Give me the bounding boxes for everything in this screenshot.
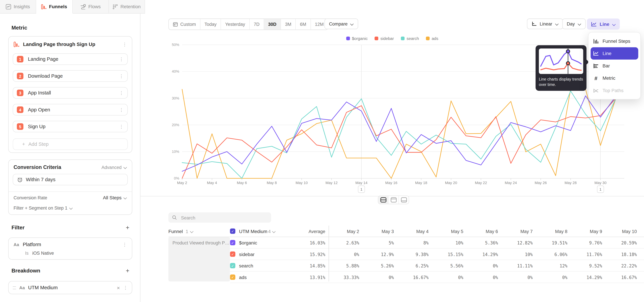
day-column-header[interactable]: May 3 [360, 229, 395, 234]
add-step-button[interactable]: + Add Step [13, 138, 128, 150]
cell-value: 12% [534, 263, 568, 268]
range-button-custom[interactable]: Custom [169, 19, 200, 30]
breakdown-table: Funnel 1 ✓ UTM Medium 4 Average May 2May… [168, 226, 644, 283]
day-column-header[interactable]: May 9 [568, 229, 603, 234]
chevron-down-icon [124, 166, 127, 168]
range-button-yesterday[interactable]: Yesterday [221, 19, 250, 30]
conversion-window-row[interactable]: Within 7 days [13, 174, 128, 186]
drag-handle-icon[interactable] [13, 286, 16, 289]
funnel-step[interactable]: 2Download Page⋮ [13, 70, 128, 82]
average-value: 16.03% [288, 240, 325, 245]
step-menu-icon[interactable]: ⋮ [119, 108, 124, 112]
row-checkbox[interactable]: ✓ [230, 252, 235, 257]
average-column-header[interactable]: Average [288, 229, 325, 234]
day-column-header[interactable]: May 8 [534, 229, 568, 234]
row-checkbox[interactable]: ✓ [230, 274, 235, 280]
day-column-header[interactable]: May 2 [325, 229, 360, 234]
compare-button[interactable]: Compare [324, 18, 358, 29]
legend-item-sidebar[interactable]: sidebar [375, 36, 394, 41]
day-column-header[interactable]: May 10 [603, 229, 638, 234]
cell-value: 0% [499, 275, 534, 280]
range-button-7d[interactable]: 7D [250, 19, 264, 30]
filter-card: Aa Platform ⋮ Is iOS Native [8, 238, 132, 260]
series-line-ads[interactable] [182, 89, 616, 178]
tab-retention[interactable]: Retention [109, 0, 145, 13]
conversion-rate-dropdown[interactable]: All Steps [103, 195, 127, 200]
step-menu-icon[interactable]: ⋮ [119, 74, 124, 78]
filter-segment-dropdown[interactable]: Filter + Segment on Step 1 [14, 205, 73, 210]
date-range-control: CustomTodayYesterday7D30D3M6M12M [168, 18, 328, 30]
add-breakdown-button[interactable]: + [126, 268, 129, 274]
step-menu-icon[interactable]: ⋮ [119, 124, 124, 129]
funnel-step[interactable]: 5Sign Up⋮ [13, 121, 128, 132]
remove-breakdown-icon[interactable]: × [117, 284, 120, 291]
cell-value: 9.52% [568, 263, 603, 268]
svg-text:40%: 40% [172, 69, 179, 74]
tab-insights[interactable]: Insights [0, 0, 36, 13]
menu-item-top-paths: Top Paths [588, 84, 640, 96]
cell-value: 8% [394, 240, 429, 245]
range-button-6m[interactable]: 6M [296, 19, 311, 30]
select-all-checkbox[interactable]: ✓ [230, 228, 235, 234]
row-checkbox[interactable]: ✓ [230, 263, 235, 268]
advanced-dropdown[interactable]: Advanced [102, 165, 127, 170]
tab-funnels[interactable]: Funnels [36, 0, 72, 14]
breakdown-menu-icon[interactable]: ⋮ [123, 286, 128, 290]
filter-operator[interactable]: Is [25, 251, 28, 256]
funnels-icon [41, 4, 46, 9]
breakdown-column-header[interactable]: ✓ UTM Medium 4 [230, 228, 288, 234]
day-column-header[interactable]: May 7 [499, 229, 534, 234]
funnel-step[interactable]: 1Landing Page⋮ [13, 53, 128, 65]
row-checkbox[interactable]: ✓ [230, 240, 235, 245]
day-column-header[interactable]: May 4 [394, 229, 429, 234]
funnel-step[interactable]: 3App Install⋮ [13, 87, 128, 99]
tab-flows[interactable]: Flows [72, 0, 109, 13]
range-button-today[interactable]: Today [200, 19, 221, 30]
scale-dropdown[interactable]: Linear [527, 18, 563, 29]
funnel-step[interactable]: 4App Open⋮ [13, 104, 128, 116]
step-number-badge: 2 [17, 73, 23, 79]
cell-value: 15.15% [429, 252, 464, 256]
menu-item-line[interactable]: Line [591, 47, 638, 60]
chart-view-button[interactable] [388, 196, 399, 204]
search-input[interactable] [180, 215, 267, 220]
granularity-dropdown[interactable]: Day [562, 18, 586, 29]
range-button-30d[interactable]: 30D [264, 19, 281, 30]
step-menu-icon[interactable]: ⋮ [119, 57, 124, 62]
series-line-organic[interactable] [182, 96, 616, 171]
day-column-header[interactable]: May 5 [429, 229, 464, 234]
range-button-3m[interactable]: 3M [281, 19, 296, 30]
table-view-icon [401, 197, 407, 203]
plus-icon: + [22, 141, 25, 147]
row-header: ✓ads [230, 274, 288, 280]
funnel-column-header[interactable]: Funnel 1 [168, 229, 230, 234]
menu-item-metric[interactable]: # Metric [588, 72, 640, 84]
svg-text:May 10: May 10 [296, 181, 308, 185]
row-header: ✓$organic [230, 240, 288, 245]
table-search[interactable] [168, 212, 271, 223]
menu-item-bar[interactable]: Bar [588, 60, 640, 72]
filter-menu-icon[interactable]: ⋮ [122, 242, 127, 247]
split-view-button[interactable] [378, 196, 388, 204]
legend-item-organic[interactable]: $organic [346, 36, 368, 41]
step-number-badge: 3 [17, 90, 23, 96]
legend-label: sidebar [380, 36, 394, 41]
series-line-sidebar[interactable] [182, 99, 616, 178]
breakdown-card[interactable]: Aa UTM Medium × ⋮ [8, 281, 132, 294]
filter-value[interactable]: iOS Native [32, 251, 54, 256]
table-view-button[interactable] [399, 196, 409, 204]
svg-text:50%: 50% [172, 42, 179, 47]
chart-type-dropdown[interactable]: Line [587, 18, 620, 30]
funnel-menu-icon[interactable]: ⋮ [122, 42, 127, 47]
filter-property[interactable]: Platform [23, 242, 119, 247]
cell-value: 0% [464, 263, 499, 268]
day-column-header[interactable]: May 6 [464, 229, 499, 234]
svg-text:May 28: May 28 [564, 181, 576, 185]
legend-item-ads[interactable]: ads [426, 36, 438, 41]
breakdown-section-heading: Breakdown [12, 268, 40, 274]
add-filter-button[interactable]: + [126, 224, 129, 230]
step-menu-icon[interactable]: ⋮ [119, 90, 124, 95]
funnel-group-cell[interactable]: Product Viewed through P… [168, 237, 230, 281]
legend-item-search[interactable]: search [401, 36, 419, 41]
menu-item-funnel-steps[interactable]: Funnel Steps [588, 35, 640, 47]
